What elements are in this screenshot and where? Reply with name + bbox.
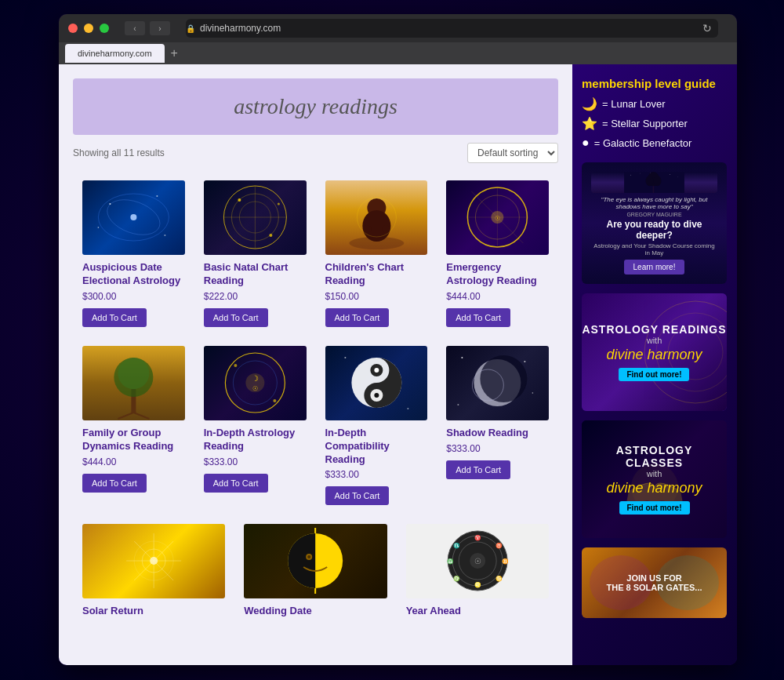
membership-guide: membership level guide 🌙 = Lunar Lover ⭐… — [582, 77, 728, 150]
back-btn[interactable]: ‹ — [125, 21, 145, 35]
new-tab-btn[interactable]: + — [171, 46, 178, 60]
add-to-cart-button[interactable]: Add To Cart — [325, 486, 390, 505]
product-title: Year Ahead — [406, 605, 461, 618]
product-price: $222.00 — [204, 291, 238, 302]
svg-text:☽: ☽ — [252, 374, 259, 383]
lunar-label: = Lunar Lover — [602, 98, 666, 110]
product-card: Solar Return — [73, 515, 234, 631]
product-image: ☉ — [446, 180, 549, 255]
add-to-cart-button[interactable]: Add To Cart — [82, 308, 147, 327]
dive-subtext: Astrology and Your Shadow Course coming … — [591, 242, 717, 256]
titlebar: ‹ › 🔒 divineharmony.com ↻ — [59, 14, 737, 42]
reload-btn[interactable]: ↻ — [702, 22, 712, 35]
svg-text:♉: ♉ — [495, 542, 502, 549]
svg-point-18 — [363, 225, 371, 233]
add-to-cart-button[interactable]: Add To Cart — [446, 460, 510, 479]
svg-text:♎: ♎ — [446, 558, 453, 565]
svg-point-87 — [645, 176, 653, 186]
add-to-cart-button[interactable]: Add To Cart — [204, 474, 268, 493]
products-grid-row1: Auspicious Date Electional Astrology $30… — [59, 171, 572, 336]
svg-point-38 — [234, 364, 237, 367]
maximize-window-btn[interactable] — [100, 24, 109, 33]
readings-ad: ASTROLOGY READINGS with divine harmony F… — [582, 293, 727, 411]
sidebar: membership level guide 🌙 = Lunar Lover ⭐… — [572, 64, 737, 665]
svg-point-80 — [630, 175, 631, 176]
product-image — [244, 524, 387, 598]
product-price: $333.00 — [446, 443, 480, 454]
lunar-icon: 🌙 — [582, 96, 597, 111]
product-image — [82, 346, 185, 420]
svg-point-44 — [374, 393, 379, 398]
readings-ad-subtitle: divine harmony — [582, 347, 726, 363]
nav-buttons: ‹ › — [125, 21, 170, 35]
product-title: In-Depth Compatibility Reading — [325, 427, 428, 467]
svg-point-50 — [462, 357, 463, 358]
product-title: Shadow Reading — [446, 427, 528, 440]
svg-text:♈: ♈ — [474, 534, 481, 541]
product-price: $444.00 — [82, 456, 116, 467]
svg-point-48 — [481, 355, 528, 402]
classes-ad-title: ASTROLOGY CLASSES — [590, 444, 719, 469]
product-image — [82, 180, 185, 255]
svg-point-45 — [344, 357, 346, 358]
classes-ad-with: with — [647, 469, 662, 478]
product-card: ☉ Emergency Astrology Reading $444.00 Ad… — [437, 171, 558, 336]
add-to-cart-button[interactable]: Add To Cart — [325, 308, 390, 327]
sort-select[interactable]: Default sorting — [467, 143, 558, 163]
product-image — [82, 524, 225, 598]
svg-point-39 — [273, 399, 276, 402]
product-price: $333.00 — [325, 469, 359, 480]
classes-ad-subtitle: divine harmony — [606, 480, 702, 496]
window-content: astrology readings Showing all 11 result… — [59, 64, 737, 665]
dive-headline: Are you ready to dive deeper? — [591, 219, 717, 241]
svg-point-19 — [382, 225, 390, 233]
product-card: ♈ ♉ ♊ ♋ ♌ ♍ ♎ ♏ ☉ Year Ahead — [397, 515, 558, 631]
learn-more-button[interactable]: Learn more! — [624, 260, 685, 275]
product-card: ☽ ☉ In-Depth Astrology Reading $333.00 A… — [194, 336, 316, 515]
readings-find-out-btn[interactable]: Find out more! — [619, 368, 689, 381]
close-window-btn[interactable] — [68, 24, 78, 33]
tab-bar: divineharmony.com + — [59, 42, 737, 64]
add-to-cart-button[interactable]: Add To Cart — [446, 308, 510, 327]
classes-find-out-btn[interactable]: Find out more! — [619, 501, 690, 515]
minimize-window-btn[interactable] — [84, 24, 93, 33]
product-title: In-Depth Astrology Reading — [204, 427, 307, 453]
product-image — [204, 180, 307, 255]
product-image — [325, 346, 428, 420]
product-card: Shadow Reading $333.00 Add To Cart — [437, 336, 558, 515]
lock-icon: 🔒 — [186, 24, 195, 33]
product-price: $150.00 — [325, 291, 359, 302]
address-bar[interactable]: 🔒 divineharmony.com ↻ — [186, 19, 718, 38]
svg-point-52 — [532, 392, 534, 394]
membership-title: membership level guide — [582, 77, 728, 90]
svg-point-60 — [150, 557, 158, 565]
stellar-label: = Stellar Supporter — [602, 118, 688, 129]
membership-item-lunar: 🌙 = Lunar Lover — [582, 96, 728, 111]
solar-gates-ad: JOIN US FOR THE 8 SOLAR GATES... — [582, 547, 727, 618]
svg-point-82 — [670, 174, 670, 175]
svg-text:♋: ♋ — [495, 575, 502, 582]
product-card: Basic Natal Chart Reading $222.00 Add To… — [194, 171, 316, 336]
galactic-label: = Galactic Benefactor — [594, 137, 692, 149]
active-tab[interactable]: divineharmony.com — [65, 44, 165, 63]
svg-point-46 — [407, 408, 408, 409]
page-title: astrology readings — [89, 94, 543, 119]
svg-text:☉: ☉ — [252, 385, 258, 392]
product-title: Emergency Astrology Reading — [446, 261, 549, 288]
browser-window: ‹ › 🔒 divineharmony.com ↻ divineharmony.… — [59, 14, 737, 665]
product-title: Basic Natal Chart Reading — [204, 261, 307, 288]
svg-point-14 — [278, 203, 280, 205]
svg-text:♏: ♏ — [452, 542, 459, 549]
forward-btn[interactable]: › — [150, 21, 170, 35]
product-title: Wedding Date — [244, 605, 311, 618]
quote-author: GREGORY MAGUIRE — [626, 212, 681, 217]
showing-results: Showing all 11 results — [73, 147, 165, 158]
product-card: Auspicious Date Electional Astrology $30… — [73, 171, 194, 336]
svg-point-6 — [164, 235, 165, 236]
page-header: astrology readings — [73, 78, 558, 135]
svg-point-3 — [109, 203, 111, 205]
add-to-cart-button[interactable]: Add To Cart — [82, 474, 147, 493]
products-grid-row3: Solar Return — [59, 515, 572, 646]
add-to-cart-button[interactable]: Add To Cart — [204, 308, 268, 327]
product-price: $444.00 — [446, 291, 480, 302]
